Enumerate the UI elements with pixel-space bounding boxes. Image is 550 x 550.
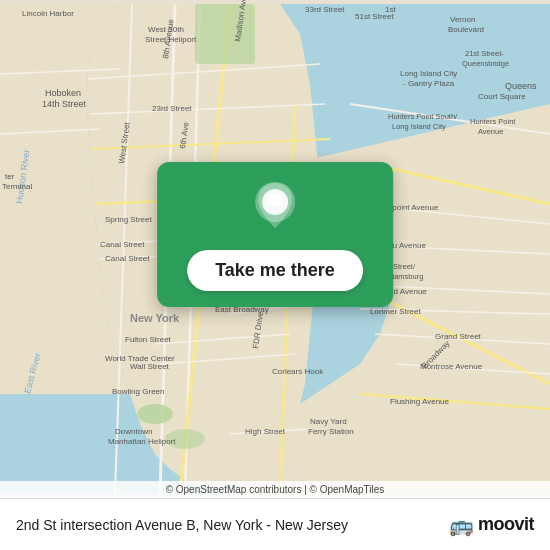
svg-text:Hoboken: Hoboken [45, 88, 81, 98]
attribution-text: © OpenStreetMap contributors | © OpenMap… [166, 484, 385, 495]
svg-text:Lorimer Street: Lorimer Street [370, 307, 421, 316]
svg-point-94 [268, 193, 282, 207]
moovit-logo: 🚌 moovit [449, 513, 534, 537]
svg-text:Fulton Street: Fulton Street [125, 335, 172, 344]
svg-text:- Gantry Plaza: - Gantry Plaza [403, 79, 455, 88]
svg-point-33 [137, 404, 173, 424]
svg-text:Montrose Avenue: Montrose Avenue [420, 362, 483, 371]
take-me-there-button[interactable]: Take me there [187, 250, 363, 291]
app: Hoboken 14th Street West 30th Street Hel… [0, 0, 550, 550]
svg-text:33rd Street: 33rd Street [305, 5, 345, 14]
svg-text:Terminal: Terminal [2, 182, 32, 191]
svg-text:21st Street-: 21st Street- [465, 49, 504, 58]
svg-text:Hunters Point: Hunters Point [470, 117, 516, 126]
map-container: Hoboken 14th Street West 30th Street Hel… [0, 0, 550, 498]
action-card: Take me there [157, 162, 393, 307]
location-pin-icon [251, 180, 299, 236]
svg-text:Grand Street: Grand Street [435, 332, 482, 341]
moovit-brand-text: moovit [478, 514, 534, 535]
svg-text:Boulevard: Boulevard [448, 25, 484, 34]
svg-text:Ferry Station: Ferry Station [308, 427, 354, 436]
svg-text:Navy Yard: Navy Yard [310, 417, 347, 426]
svg-text:1st: 1st [385, 5, 396, 14]
svg-text:Queens: Queens [505, 81, 537, 91]
take-me-there-overlay: Take me there [157, 162, 393, 307]
map-attribution: © OpenStreetMap contributors | © OpenMap… [0, 481, 550, 498]
svg-text:ter: ter [5, 172, 15, 181]
svg-text:Corlears Hook: Corlears Hook [272, 367, 324, 376]
moovit-emoji-icon: 🚌 [449, 513, 474, 537]
svg-text:Long Island City: Long Island City [400, 69, 457, 78]
svg-text:Vernon: Vernon [450, 15, 475, 24]
svg-text:Manhattan Heliport: Manhattan Heliport [108, 437, 176, 446]
svg-text:23rd Street: 23rd Street [152, 104, 192, 113]
svg-text:Hunters Point South/: Hunters Point South/ [388, 112, 458, 121]
svg-text:Canal Street: Canal Street [105, 254, 150, 263]
svg-text:Flushing Avenue: Flushing Avenue [390, 397, 450, 406]
svg-text:Wall Street: Wall Street [130, 362, 170, 371]
svg-text:Queensbridge: Queensbridge [462, 59, 509, 68]
bottom-bar: 2nd St intersection Avenue B, New York -… [0, 498, 550, 550]
svg-text:Downtown: Downtown [115, 427, 152, 436]
svg-text:Long Island City: Long Island City [392, 122, 446, 131]
svg-text:High Street: High Street [245, 427, 286, 436]
svg-text:Court Square: Court Square [478, 92, 526, 101]
svg-text:New York: New York [130, 312, 180, 324]
svg-text:Lincoln Harbor: Lincoln Harbor [22, 9, 74, 18]
location-icon-container [251, 180, 299, 240]
svg-text:14th Street: 14th Street [42, 99, 87, 109]
location-label: 2nd St intersection Avenue B, New York -… [16, 517, 441, 533]
svg-text:Spring Street: Spring Street [105, 215, 152, 224]
svg-text:Bowling Green: Bowling Green [112, 387, 164, 396]
svg-text:Canal Street: Canal Street [100, 240, 145, 249]
svg-text:Avenue: Avenue [478, 127, 503, 136]
